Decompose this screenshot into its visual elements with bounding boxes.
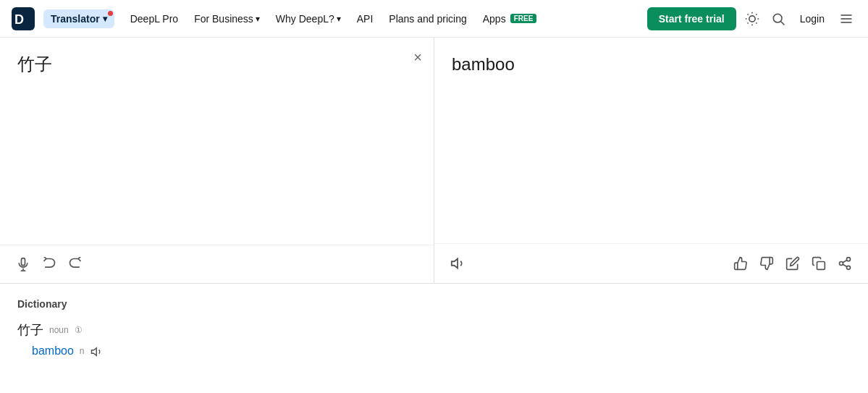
undo-button[interactable] <box>38 253 61 276</box>
translator-container: 竹子 × <box>0 38 868 284</box>
nav-actions: Start free trial Login <box>647 7 856 30</box>
speaker-button[interactable] <box>446 251 471 276</box>
svg-point-22 <box>840 262 843 266</box>
svg-marker-26 <box>91 348 96 356</box>
source-toolbar <box>0 245 434 283</box>
redo-icon <box>68 257 83 271</box>
chevron-down-icon-why: ▾ <box>337 14 341 24</box>
target-toolbar <box>434 243 868 283</box>
dictionary-title: Dictionary <box>17 298 851 310</box>
copy-button[interactable] <box>807 252 830 275</box>
why-deepl-link[interactable]: Why DeepL? ▾ <box>269 9 348 29</box>
svg-line-6 <box>756 22 757 23</box>
theme-toggle-button[interactable] <box>742 9 762 29</box>
hamburger-icon <box>839 12 854 26</box>
sun-icon <box>745 12 759 26</box>
svg-rect-16 <box>22 258 25 266</box>
edit-button[interactable] <box>781 252 804 275</box>
deepl-pro-link[interactable]: DeepL Pro <box>123 9 185 29</box>
share-icon <box>838 256 852 271</box>
svg-point-11 <box>773 14 782 22</box>
dict-pos: noun <box>49 325 69 335</box>
search-icon <box>771 12 785 26</box>
svg-line-10 <box>756 14 757 14</box>
notification-dot <box>108 11 113 16</box>
speaker-icon <box>450 255 466 271</box>
search-button[interactable] <box>768 9 788 29</box>
login-link[interactable]: Login <box>794 10 830 28</box>
dict-translation-text: bamboo <box>32 345 74 358</box>
translator-label: Translator <box>51 13 100 25</box>
chevron-down-icon: ▾ <box>103 14 107 24</box>
svg-line-24 <box>843 264 847 266</box>
svg-line-9 <box>747 22 748 23</box>
microphone-icon <box>16 257 30 271</box>
menu-button[interactable] <box>836 9 856 29</box>
source-panel: 竹子 × <box>0 38 434 283</box>
dictionary-entry: 竹子 noun ① bamboo n <box>17 321 851 358</box>
source-text[interactable]: 竹子 <box>17 52 416 77</box>
target-panel: bamboo <box>434 38 868 283</box>
deepl-logo-icon: D <box>12 7 35 30</box>
dict-gram: n <box>80 346 85 356</box>
dictionary-section: Dictionary 竹子 noun ① bamboo n <box>0 284 868 373</box>
svg-marker-19 <box>452 259 458 269</box>
dict-sound-button[interactable] <box>90 345 104 358</box>
logo-area: D <box>12 7 35 30</box>
start-trial-button[interactable]: Start free trial <box>647 7 736 30</box>
svg-point-23 <box>847 266 851 269</box>
undo-icon <box>42 257 56 271</box>
svg-line-12 <box>780 21 784 25</box>
apps-link[interactable]: Apps FREE <box>476 9 544 29</box>
redo-button[interactable] <box>64 253 87 276</box>
share-button[interactable] <box>833 252 856 275</box>
thumbs-up-button[interactable] <box>729 252 752 275</box>
dict-word: 竹子 <box>17 321 43 339</box>
plans-pricing-link[interactable]: Plans and pricing <box>382 9 473 29</box>
navbar: D Translator ▾ DeepL Pro For Business ▾ … <box>0 0 868 38</box>
dict-translation-row: bamboo n <box>17 345 851 358</box>
svg-point-2 <box>749 15 755 21</box>
copy-icon <box>812 256 826 271</box>
for-business-link[interactable]: For Business ▾ <box>187 9 267 29</box>
edit-icon <box>785 256 800 271</box>
microphone-button[interactable] <box>12 253 35 276</box>
svg-rect-20 <box>817 262 825 270</box>
target-text: bamboo <box>452 52 851 77</box>
nav-links: DeepL Pro For Business ▾ Why DeepL? ▾ AP… <box>123 9 644 29</box>
thumbs-down-icon <box>759 256 774 271</box>
svg-line-5 <box>747 14 748 14</box>
dict-speaker-icon <box>90 345 104 358</box>
api-link[interactable]: API <box>350 9 381 29</box>
dict-entry-word-row: 竹子 noun ① <box>17 321 851 339</box>
thumbs-up-icon <box>733 256 748 271</box>
svg-line-25 <box>843 260 847 262</box>
apps-free-badge: FREE <box>510 14 537 23</box>
svg-point-21 <box>847 258 851 261</box>
dict-count: ① <box>75 325 83 335</box>
chevron-down-icon-business: ▾ <box>256 14 260 24</box>
svg-text:D: D <box>14 12 24 27</box>
thumbs-down-button[interactable] <box>755 252 778 275</box>
translator-button[interactable]: Translator ▾ <box>43 9 114 28</box>
clear-button[interactable]: × <box>413 49 422 66</box>
